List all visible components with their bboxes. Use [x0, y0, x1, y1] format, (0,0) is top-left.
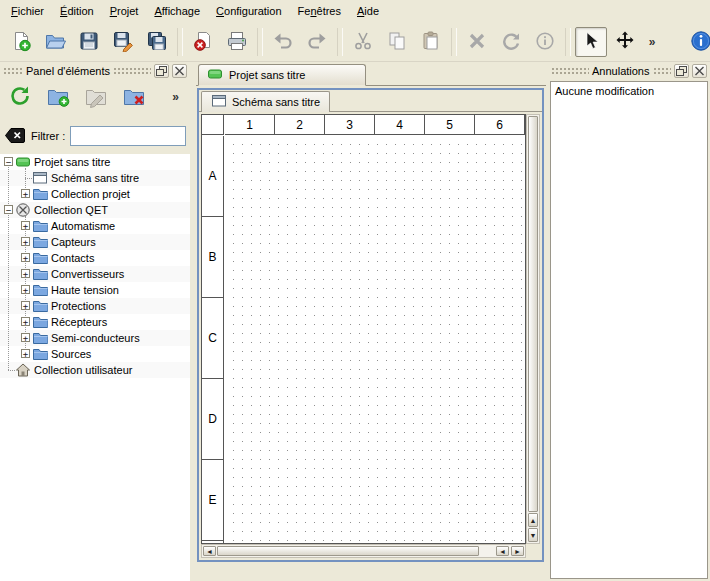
close-panel-button[interactable]	[692, 64, 707, 78]
save-all-icon	[146, 30, 168, 54]
scroll-down-button[interactable]: ▼	[528, 528, 538, 542]
float-panel-button[interactable]	[154, 64, 169, 78]
ruler-column-label: 2	[275, 115, 325, 134]
tree-item-sources[interactable]: +Sources	[0, 346, 190, 362]
expand-toggle[interactable]: +	[21, 301, 30, 310]
tab-schema[interactable]: Schéma sans titre	[201, 91, 330, 112]
redo-button[interactable]	[301, 27, 333, 57]
expand-toggle[interactable]: +	[21, 333, 30, 342]
menu-projet[interactable]: Projet	[102, 0, 147, 22]
expand-toggle[interactable]: +	[21, 253, 30, 262]
ruler-row-label: D	[202, 379, 223, 460]
undo-panel-titlebar[interactable]: Annulations	[548, 62, 710, 79]
paste-button[interactable]	[415, 27, 447, 57]
expand-toggle[interactable]: +	[21, 237, 30, 246]
folder-icon	[32, 314, 48, 330]
ruler-row-label: A	[202, 136, 223, 217]
save-all-button[interactable]	[141, 27, 173, 57]
cut-button[interactable]	[347, 27, 379, 57]
tree-item-contacts[interactable]: +Contacts	[0, 250, 190, 266]
tree-item-recepteurs[interactable]: +Récepteurs	[0, 314, 190, 330]
expand-toggle[interactable]: +	[21, 285, 30, 294]
clear-filter-button[interactable]	[4, 127, 26, 146]
tree-item-projet-sans-titre[interactable]: −Projet sans titre	[0, 154, 190, 170]
undo-button[interactable]	[267, 27, 299, 57]
edit-element-button[interactable]	[80, 81, 112, 113]
menu-configuration[interactable]: Configuration	[208, 0, 289, 22]
filter-input[interactable]	[70, 126, 186, 146]
tree-item-collection-projet[interactable]: +Collection projet	[0, 186, 190, 202]
folder-icon	[32, 298, 48, 314]
schema-icon	[211, 93, 227, 111]
tree-item-collection-utilisateur[interactable]: Collection utilisateur	[0, 362, 190, 378]
vertical-scrollbar[interactable]: ▲ ▼	[526, 114, 540, 544]
menu-fichier[interactable]: Fichier	[3, 0, 52, 22]
delete-element-button[interactable]	[118, 81, 150, 113]
tree-item-schema-sans-titre[interactable]: Schéma sans titre	[0, 170, 190, 186]
about-button[interactable]	[685, 27, 710, 57]
dock-grip	[113, 67, 151, 75]
schema-tab-bar: Schéma sans titre	[199, 90, 542, 112]
scroll-right-button[interactable]: ►	[511, 546, 524, 556]
copy-button[interactable]	[381, 27, 413, 57]
menu-edition[interactable]: Édition	[52, 0, 102, 22]
delete-selection-button[interactable]	[461, 27, 493, 57]
menu-aide[interactable]: Aide	[349, 0, 387, 22]
expand-toggle[interactable]: +	[21, 317, 30, 326]
tree-item-automatisme[interactable]: +Automatisme	[0, 218, 190, 234]
scroll-left-end-button[interactable]: ◄	[496, 546, 509, 556]
chevron-double-icon: »	[172, 90, 179, 104]
horizontal-scrollbar-thumb[interactable]	[217, 546, 479, 556]
vertical-scrollbar-thumb[interactable]	[528, 116, 538, 512]
rotate-selection-button[interactable]	[495, 27, 527, 57]
visualisation-mode-button[interactable]	[609, 27, 641, 57]
expand-toggle[interactable]: +	[21, 269, 30, 278]
collapse-toggle[interactable]: −	[4, 205, 13, 214]
selection-info-button[interactable]	[529, 27, 561, 57]
tree-item-label: Collection projet	[51, 186, 130, 202]
close-document-button[interactable]	[187, 27, 219, 57]
open-project-button[interactable]	[39, 27, 71, 57]
tab-project[interactable]: Projet sans titre	[198, 64, 366, 86]
tree-item-protections[interactable]: +Protections	[0, 298, 190, 314]
expand-toggle[interactable]: +	[21, 349, 30, 358]
delete-x-icon	[466, 30, 488, 54]
collapse-toggle[interactable]: −	[4, 157, 13, 166]
expand-toggle[interactable]: +	[21, 189, 30, 198]
menu-fenetres[interactable]: Fenêtres	[290, 0, 349, 22]
tree-item-convertisseurs[interactable]: +Convertisseurs	[0, 266, 190, 282]
new-document-button[interactable]	[5, 27, 37, 57]
reload-collections-button[interactable]	[4, 81, 36, 113]
tree-item-haute-tension[interactable]: +Haute tension	[0, 282, 190, 298]
schema-canvas[interactable]	[225, 136, 525, 543]
tree-item-label: Capteurs	[51, 234, 96, 250]
ruler-corner	[202, 115, 224, 135]
save-as-button[interactable]	[107, 27, 139, 57]
print-button[interactable]	[221, 27, 253, 57]
expand-toggle[interactable]: +	[21, 221, 30, 230]
elements-panel-titlebar[interactable]: Panel d'éléments	[0, 62, 190, 79]
project-icon	[207, 66, 223, 84]
menu-affichage[interactable]: Affichage	[146, 0, 208, 22]
tab-schema-label: Schéma sans titre	[232, 96, 320, 108]
tree-item-collection-qet[interactable]: −Collection QET	[0, 202, 190, 218]
tree-item-capteurs[interactable]: +Capteurs	[0, 234, 190, 250]
close-doc-icon	[192, 30, 214, 54]
print-icon	[226, 30, 248, 54]
close-panel-button[interactable]	[172, 64, 187, 78]
float-panel-button[interactable]	[674, 64, 689, 78]
horizontal-scrollbar[interactable]: ◄ ◄ ►	[201, 544, 526, 558]
move-cross-icon	[614, 30, 636, 54]
panel-overflow-button[interactable]: »	[169, 89, 182, 105]
tree-item-label: Récepteurs	[51, 314, 107, 330]
selection-mode-button[interactable]	[575, 27, 607, 57]
new-element-button[interactable]	[42, 81, 74, 113]
elements-panel-dock: Panel d'éléments » Filtrer : −Projet san…	[0, 62, 190, 581]
tree-item-semi-conducteurs[interactable]: +Semi-conducteurs	[0, 330, 190, 346]
save-button[interactable]	[73, 27, 105, 57]
toolbar-separator	[177, 28, 183, 56]
toolbar-overflow-button[interactable]: »	[643, 27, 661, 57]
scroll-up-button[interactable]: ▲	[528, 513, 538, 527]
scroll-left-button[interactable]: ◄	[203, 546, 216, 556]
info-big-icon	[690, 30, 710, 54]
